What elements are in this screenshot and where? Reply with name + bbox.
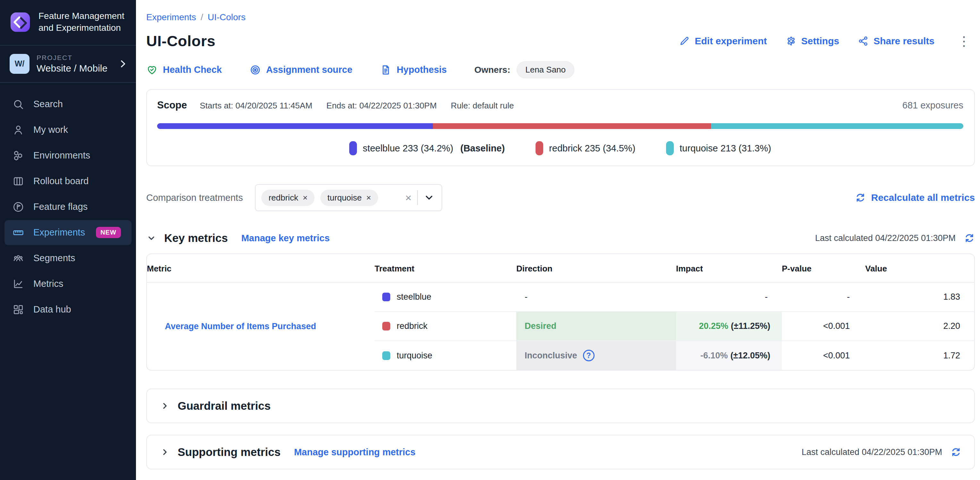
sidebar-item-feature-flags[interactable]: Feature flags bbox=[5, 195, 132, 220]
owner-chip[interactable]: Lena Sano bbox=[517, 61, 574, 78]
chip-redbrick: redbrick × bbox=[261, 190, 315, 206]
refresh-icon bbox=[950, 447, 961, 458]
expand-guardrail-metrics-icon[interactable] bbox=[160, 401, 170, 411]
bar-segment-steelblue bbox=[157, 123, 433, 129]
turquoise-swatch bbox=[382, 351, 390, 360]
key-metrics-last-calculated: Last calculated 04/22/2025 01:30PM bbox=[815, 233, 975, 244]
chip-turquoise: turquoise × bbox=[320, 190, 378, 206]
legend-label: redbrick 235 (34.5%) bbox=[549, 143, 635, 154]
grid-blocks-icon bbox=[12, 303, 24, 316]
sidebar: Feature Management and Experimentation W… bbox=[0, 0, 136, 480]
legend-item-steelblue: steelblue 233 (34.2%) (Baseline) bbox=[349, 141, 505, 155]
line-chart-icon bbox=[12, 278, 24, 290]
rule-value: default rule bbox=[473, 101, 514, 110]
sidebar-item-label: My work bbox=[33, 124, 68, 135]
key-metrics-table: Metric Treatment Direction Impact P-valu… bbox=[147, 254, 974, 370]
supporting-metrics-card: Supporting metrics Manage supporting met… bbox=[146, 435, 975, 469]
manage-key-metrics-link[interactable]: Manage key metrics bbox=[241, 233, 330, 244]
app-title: Feature Management and Experimentation bbox=[38, 10, 127, 34]
bar-segment-turquoise bbox=[711, 123, 963, 129]
new-badge: NEW bbox=[96, 227, 121, 238]
hexagons-icon bbox=[12, 150, 24, 162]
owners-group: Owners: Lena Sano bbox=[474, 61, 574, 78]
document-icon bbox=[380, 64, 391, 76]
expand-supporting-metrics-icon[interactable] bbox=[160, 447, 170, 457]
owners-label: Owners: bbox=[474, 65, 510, 75]
exposure-distribution-bar bbox=[157, 123, 963, 129]
sidebar-item-data-hub[interactable]: Data hub bbox=[5, 297, 132, 322]
refresh-key-metrics-button[interactable] bbox=[964, 233, 975, 244]
sidebar-item-my-work[interactable]: My work bbox=[5, 118, 132, 142]
metric-name-link[interactable]: Average Number of Items Purchased bbox=[147, 282, 375, 370]
comparison-treatments-select[interactable]: redbrick × turquoise × × bbox=[255, 184, 442, 211]
supporting-metrics-last-calculated: Last calculated 04/22/2025 01:30PM bbox=[802, 447, 961, 458]
collapse-key-metrics-icon[interactable] bbox=[146, 233, 156, 243]
remove-chip-icon[interactable]: × bbox=[303, 193, 307, 202]
treatment-legend: steelblue 233 (34.2%) (Baseline) redbric… bbox=[157, 141, 963, 155]
sidebar-item-label: Search bbox=[33, 99, 63, 109]
clear-selection-icon[interactable]: × bbox=[405, 192, 412, 203]
sidebar-item-experiments[interactable]: Experiments NEW bbox=[5, 220, 132, 245]
breadcrumb-separator: / bbox=[201, 12, 203, 22]
pvalue-cell: - bbox=[782, 282, 865, 311]
starts-at-label: Starts at: bbox=[200, 101, 233, 110]
kebab-menu-button[interactable]: ⋮ bbox=[953, 35, 975, 48]
sidebar-item-label: Metrics bbox=[33, 279, 63, 289]
direction-cell: - bbox=[516, 282, 676, 311]
edit-experiment-button[interactable]: Edit experiment bbox=[679, 36, 767, 46]
flag-circle-icon bbox=[12, 201, 24, 213]
comparison-row: Comparison treatments redbrick × turquoi… bbox=[146, 184, 975, 211]
ends-at-value: 04/22/2025 01:30PM bbox=[359, 101, 436, 110]
health-check-link[interactable]: Health Check bbox=[146, 64, 222, 76]
pvalue-cell: <0.001 bbox=[782, 341, 865, 370]
recalculate-all-metrics-button[interactable]: Recalculate all metrics bbox=[855, 192, 975, 203]
key-metrics-table-card: Metric Treatment Direction Impact P-valu… bbox=[146, 254, 975, 371]
breadcrumb-current-link[interactable]: UI-Colors bbox=[207, 12, 245, 22]
impact-cell: - bbox=[676, 282, 782, 311]
question-circle-icon[interactable]: ? bbox=[583, 350, 595, 361]
recalculate-label: Recalculate all metrics bbox=[871, 192, 975, 203]
ends-at-label: Ends at: bbox=[326, 101, 357, 110]
sidebar-item-environments[interactable]: Environments bbox=[5, 143, 132, 168]
impact-cell: -6.10%(±12.05%) bbox=[676, 341, 782, 370]
bar-segment-redbrick bbox=[433, 123, 711, 129]
sidebar-item-segments[interactable]: Segments bbox=[5, 246, 132, 271]
value-cell: 2.20 bbox=[865, 311, 974, 341]
scope-meta: Starts at: 04/20/2025 11:45AM Ends at: 0… bbox=[200, 101, 514, 111]
settings-button[interactable]: Settings bbox=[786, 36, 839, 46]
key-metrics-header: Key metrics Manage key metrics Last calc… bbox=[146, 232, 975, 244]
target-icon bbox=[250, 64, 261, 76]
header-actions: Edit experiment Settings Share results ⋮ bbox=[679, 35, 975, 48]
legend-label: turquoise 213 (31.3%) bbox=[679, 143, 771, 154]
gear-icon bbox=[786, 36, 797, 46]
sidebar-item-label: Feature flags bbox=[33, 201, 88, 212]
refresh-supporting-metrics-button[interactable] bbox=[950, 447, 961, 458]
guardrail-metrics-card: Guardrail metrics bbox=[146, 389, 975, 423]
column-header-metric: Metric bbox=[147, 254, 375, 282]
sidebar-item-metrics[interactable]: Metrics bbox=[5, 271, 132, 297]
remove-chip-icon[interactable]: × bbox=[366, 193, 371, 202]
share-results-label: Share results bbox=[873, 36, 934, 46]
chip-label: redbrick bbox=[269, 193, 298, 203]
project-switcher[interactable]: W/ PROJECT Website / Mobile bbox=[0, 46, 136, 83]
chip-label: turquoise bbox=[328, 193, 362, 203]
hypothesis-label: Hypothesis bbox=[397, 64, 447, 75]
steelblue-swatch bbox=[382, 293, 390, 301]
project-label: PROJECT bbox=[37, 54, 110, 62]
breadcrumb-experiments-link[interactable]: Experiments bbox=[146, 12, 196, 22]
sidebar-item-search[interactable]: Search bbox=[5, 92, 132, 117]
hypothesis-link[interactable]: Hypothesis bbox=[380, 64, 447, 76]
select-chevron-down-icon[interactable] bbox=[424, 192, 434, 203]
starts-at-value: 04/20/2025 11:45AM bbox=[235, 101, 312, 110]
sidebar-item-rollout-board[interactable]: Rollout board bbox=[5, 169, 132, 194]
share-results-button[interactable]: Share results bbox=[858, 36, 934, 46]
sidebar-item-label: Environments bbox=[33, 150, 90, 161]
user-icon bbox=[12, 124, 24, 136]
turquoise-swatch bbox=[666, 141, 674, 155]
sidebar-item-label: Experiments bbox=[33, 227, 85, 238]
sidebar-item-label: Segments bbox=[33, 253, 75, 263]
manage-supporting-metrics-link[interactable]: Manage supporting metrics bbox=[294, 447, 415, 458]
column-header-pvalue: P-value bbox=[782, 254, 865, 282]
assignment-source-link[interactable]: Assignment source bbox=[250, 64, 352, 76]
last-calculated-text: Last calculated 04/22/2025 01:30PM bbox=[802, 447, 942, 457]
